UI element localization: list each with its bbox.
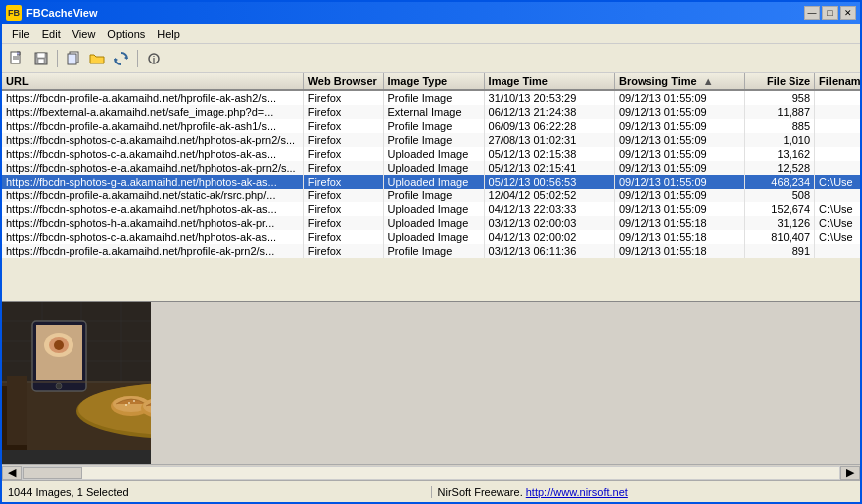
table-row[interactable]: https://fbcdn-sphotos-c-a.akamaihd.net/h… bbox=[2, 147, 860, 161]
scroll-thumb[interactable] bbox=[23, 467, 82, 479]
menu-help[interactable]: Help bbox=[151, 26, 186, 42]
lower-area bbox=[2, 302, 860, 464]
sort-arrow-icon: ▲ bbox=[703, 75, 714, 87]
svg-rect-7 bbox=[68, 54, 76, 64]
table-body: https://fbcdn-profile-a.akamaihd.net/hpr… bbox=[2, 90, 860, 258]
svg-point-32 bbox=[54, 340, 64, 350]
data-table-container: URL Web Browser Image Type Image Time Br… bbox=[2, 73, 860, 302]
status-left-text: 1044 Images, 1 Selected bbox=[2, 486, 432, 498]
minimize-button[interactable]: — bbox=[804, 6, 820, 20]
table-row[interactable]: https://fbcdn-profile-a.akamaihd.net/hpr… bbox=[2, 119, 860, 133]
menu-view[interactable]: View bbox=[67, 26, 102, 42]
table-row[interactable]: https://fbcdn-profile-a.akamaihd.net/hpr… bbox=[2, 90, 860, 105]
table-header-row: URL Web Browser Image Type Image Time Br… bbox=[2, 73, 860, 90]
horizontal-scrollbar[interactable]: ◀ ▶ bbox=[2, 464, 860, 480]
open-folder-button[interactable] bbox=[86, 48, 108, 69]
table-row[interactable]: https://fbcdn-profile-a.akamaihd.net/hpr… bbox=[2, 244, 860, 258]
table-row[interactable]: https://fbcdn-sphotos-c-a.akamaihd.net/h… bbox=[2, 133, 860, 147]
data-table: URL Web Browser Image Type Image Time Br… bbox=[2, 73, 860, 258]
status-right: NirSoft Freeware. http://www.nirsoft.net bbox=[432, 486, 861, 498]
col-type[interactable]: Image Type bbox=[383, 73, 484, 90]
maximize-button[interactable]: □ bbox=[822, 6, 838, 20]
toolbar-separator bbox=[57, 50, 58, 67]
svg-point-45 bbox=[133, 400, 135, 402]
svg-point-46 bbox=[125, 404, 127, 406]
table-row[interactable]: https://fbcdn-sphotos-h-a.akamaihd.net/h… bbox=[2, 216, 860, 230]
table-row[interactable]: https://fbcdn-sphotos-e-a.akamaihd.net/h… bbox=[2, 202, 860, 216]
preview-image bbox=[2, 302, 151, 450]
col-btime[interactable]: Browsing Time ▲ bbox=[614, 73, 744, 90]
menu-edit[interactable]: Edit bbox=[36, 26, 67, 42]
table-row[interactable]: https://fbcdn-sphotos-g-a.akamaihd.net/h… bbox=[2, 175, 860, 189]
toolbar: i bbox=[2, 44, 860, 73]
col-fname[interactable]: Filename bbox=[815, 73, 860, 90]
table-row[interactable]: https://fbcdn-profile-a.akamaihd.net/sta… bbox=[2, 189, 860, 202]
title-bar: FB FBCacheView — □ ✕ bbox=[2, 2, 860, 24]
save-button[interactable] bbox=[30, 48, 52, 69]
nirsoft-link[interactable]: http://www.nirsoft.net bbox=[526, 486, 628, 498]
menu-file[interactable]: File bbox=[6, 26, 36, 42]
svg-rect-5 bbox=[38, 59, 44, 63]
refresh-button[interactable] bbox=[110, 48, 132, 69]
main-window: FB FBCacheView — □ ✕ File Edit View Opti… bbox=[0, 0, 862, 504]
svg-rect-4 bbox=[37, 53, 45, 58]
preview-area bbox=[2, 302, 151, 464]
svg-point-33 bbox=[56, 383, 62, 389]
svg-text:i: i bbox=[153, 55, 156, 64]
properties-button[interactable]: i bbox=[143, 48, 165, 69]
scroll-left-btn[interactable]: ◀ bbox=[2, 466, 22, 480]
col-size[interactable]: File Size bbox=[745, 73, 815, 90]
toolbar-separator-2 bbox=[137, 50, 138, 67]
svg-point-44 bbox=[128, 402, 130, 404]
close-button[interactable]: ✕ bbox=[840, 6, 856, 20]
table-row[interactable]: https://fbcdn-sphotos-e-a.akamaihd.net/h… bbox=[2, 161, 860, 175]
col-url[interactable]: URL bbox=[2, 73, 303, 90]
scroll-right-btn[interactable]: ▶ bbox=[840, 466, 860, 480]
app-icon: FB bbox=[6, 5, 22, 21]
svg-rect-67 bbox=[7, 376, 27, 445]
new-button[interactable] bbox=[6, 48, 28, 69]
status-bar: 1044 Images, 1 Selected NirSoft Freeware… bbox=[2, 480, 860, 502]
table-scroll[interactable]: URL Web Browser Image Type Image Time Br… bbox=[2, 73, 860, 301]
table-row[interactable]: https://fbcdn-sphotos-c-a.akamaihd.net/h… bbox=[2, 230, 860, 244]
copy-button[interactable] bbox=[63, 48, 84, 69]
status-nirsoft-text: NirSoft Freeware. bbox=[438, 486, 526, 498]
col-imgtime[interactable]: Image Time bbox=[484, 73, 614, 90]
scroll-track[interactable] bbox=[22, 466, 840, 480]
window-title: FBCacheView bbox=[26, 7, 98, 19]
menu-options[interactable]: Options bbox=[101, 26, 151, 42]
table-row[interactable]: https://fbexternal-a.akamaihd.net/safe_i… bbox=[2, 105, 860, 119]
col-browser[interactable]: Web Browser bbox=[303, 73, 383, 90]
empty-area bbox=[151, 302, 860, 464]
window-controls: — □ ✕ bbox=[804, 6, 856, 20]
menu-bar: File Edit View Options Help bbox=[2, 24, 860, 44]
